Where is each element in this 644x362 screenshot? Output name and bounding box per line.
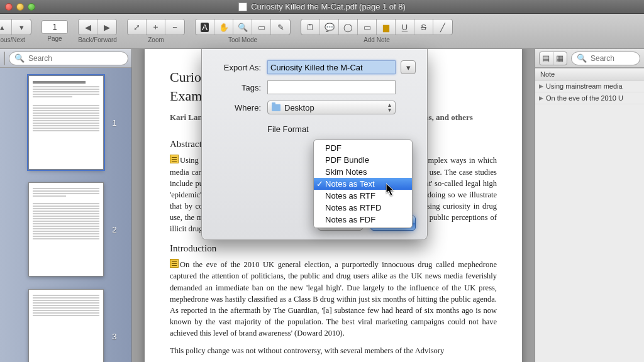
note-marker-icon[interactable] (170, 155, 179, 163)
left-search-input[interactable] (28, 54, 123, 63)
zoom-fit-button[interactable]: ⤢ (128, 19, 147, 35)
zoom-in-button[interactable]: ＋ (147, 19, 165, 35)
note-item-label: On the eve of the 2010 U (546, 94, 623, 102)
note-marker-icon[interactable] (170, 259, 179, 268)
forward-button[interactable]: ▶ (97, 19, 116, 35)
tags-label: Tags: (213, 83, 267, 92)
exportas-input[interactable] (267, 60, 396, 74)
snapshots-view-button[interactable]: ▦ (553, 52, 567, 65)
format-option-notes-text[interactable]: Notes as Text (314, 178, 412, 190)
text-tool-button[interactable]: A (196, 19, 214, 35)
circle-icon: ◯ (343, 23, 353, 32)
disclosure-triangle-icon: ▶ (539, 95, 543, 101)
note-strike-button[interactable]: S (414, 19, 433, 35)
minimize-window-button[interactable] (16, 3, 24, 11)
where-value: Desktop (284, 103, 314, 112)
right-search[interactable]: 🔍 (571, 52, 640, 65)
annotate-tool-button[interactable]: ✎ (271, 19, 290, 35)
right-view-seg: ▤ ▦ (539, 52, 567, 65)
format-option-skimnotes[interactable]: Skim Notes (314, 166, 412, 178)
grid-icon: ▦ (4, 53, 5, 63)
right-panel-bar: ▤ ▦ 🔍 (535, 49, 644, 68)
format-option-notes-rtfd[interactable]: Notes as RTFD (314, 202, 412, 214)
zoom-label: Zoom (148, 36, 164, 43)
note-highlight-button[interactable]: ▆ (377, 19, 396, 35)
pencil-icon: ✎ (277, 23, 284, 32)
chevron-up-icon: ▴ (0, 23, 4, 32)
magnify-tool-button[interactable]: 🔍 (233, 19, 252, 35)
note-line-button[interactable]: ╱ (433, 19, 452, 35)
page-thumbnail-2[interactable]: 2 (28, 182, 104, 277)
cards-icon: ▤ (542, 53, 550, 63)
magnify-icon: 🔍 (238, 23, 248, 32)
scroll-tool-button[interactable]: ✋ (214, 19, 233, 35)
intro-para: On the eve of the 2010 UK general electi… (170, 260, 497, 337)
tags-input[interactable] (267, 80, 396, 94)
intro-heading: Introduction (170, 243, 497, 254)
triangle-right-icon: ▶ (104, 23, 110, 32)
zoom-seg: ⤢ ＋ − (127, 19, 185, 35)
notes-view-button[interactable]: ▤ (540, 52, 553, 65)
note-underline-button[interactable]: U (396, 19, 414, 35)
hand-icon: ✋ (219, 23, 229, 32)
minus-icon: − (172, 23, 177, 32)
zoom-window-button[interactable] (28, 3, 35, 11)
where-popup[interactable]: Desktop ▴▾ (267, 101, 396, 114)
format-option-pdfbundle[interactable]: PDF Bundle (314, 154, 412, 166)
note-text-button[interactable]: 🗒 (301, 19, 320, 35)
backforward-label: Back/Forward (78, 36, 117, 43)
exportas-label: Export As: (213, 63, 267, 72)
thumbnails-view-button[interactable]: ▦ (4, 52, 5, 65)
disclosure-triangle-icon: ▶ (539, 83, 543, 89)
back-button[interactable]: ◀ (79, 19, 97, 35)
note-circle-button[interactable]: ◯ (339, 19, 358, 35)
prevnext-label: ious/Next (0, 36, 25, 43)
note-box-button[interactable]: ▭ (358, 19, 377, 35)
left-search[interactable]: 🔍 (9, 52, 128, 65)
select-tool-button[interactable]: ▭ (252, 19, 271, 35)
addnote-label: Add Note (364, 36, 390, 43)
comment-icon: 💬 (325, 23, 335, 32)
close-window-button[interactable] (5, 3, 13, 11)
note-anchored-button[interactable]: 💬 (320, 19, 339, 35)
snapshot-icon: ▦ (556, 53, 564, 63)
line-icon: ╱ (440, 23, 445, 32)
fileformat-dropdown: PDF PDF Bundle Skim Notes Notes as Text … (313, 140, 413, 228)
window-title: Curiosity Killed the M-Cat.pdf (page 1 o… (0, 0, 644, 14)
right-search-input[interactable] (591, 54, 644, 63)
format-option-notes-fdf[interactable]: Notes as FDF (314, 214, 412, 226)
triangle-left-icon: ◀ (85, 23, 91, 32)
format-option-notes-rtf[interactable]: Notes as RTF (314, 190, 412, 202)
note-item-label: Using mainstream media (546, 82, 623, 90)
highlight-icon: ▆ (383, 23, 389, 32)
window-title-text: Curiosity Killed the M-Cat.pdf (page 1 o… (251, 2, 406, 11)
plus-icon: ＋ (152, 21, 160, 33)
select-icon: ▭ (258, 23, 265, 32)
next-page-button[interactable]: ▾ (12, 19, 31, 35)
page-label: Page (47, 35, 62, 42)
note-list-item[interactable]: ▶Using mainstream media (535, 80, 644, 92)
page-thumbnail-1[interactable]: 1 (28, 75, 104, 170)
thumbnails-column[interactable]: 1 2 3 (0, 68, 131, 362)
back-forward-seg: ◀ ▶ (78, 19, 117, 35)
folder-icon (272, 104, 280, 111)
zoom-out-button[interactable]: − (165, 19, 184, 35)
left-panel: ▦ ≡ 🔍 1 2 (0, 49, 132, 362)
expand-save-panel-button[interactable]: ▾ (401, 60, 416, 74)
document-icon (238, 3, 247, 11)
strike-icon: S (421, 23, 426, 32)
intro-text-1: On the eve of the 2010 UK general electi… (170, 259, 497, 339)
note-list-item[interactable]: ▶On the eve of the 2010 U (535, 92, 644, 104)
note-icon: 🗒 (306, 23, 314, 32)
prev-next-seg: ▴ ▾ (0, 19, 31, 35)
toolmode-label: Tool Mode (228, 36, 257, 43)
addnote-seg: 🗒 💬 ◯ ▭ ▆ U S ╱ (301, 19, 453, 35)
left-view-seg: ▦ ≡ (4, 52, 5, 65)
format-option-pdf[interactable]: PDF (314, 142, 412, 154)
app-window: Curiosity Killed the M-Cat.pdf (page 1 o… (0, 0, 644, 362)
left-panel-bar: ▦ ≡ 🔍 (0, 49, 131, 68)
page-thumbnail-3[interactable]: 3 (28, 289, 104, 362)
prev-page-button[interactable]: ▴ (0, 19, 12, 35)
page-number-input[interactable] (42, 20, 68, 34)
updown-icon: ▴▾ (388, 102, 391, 112)
